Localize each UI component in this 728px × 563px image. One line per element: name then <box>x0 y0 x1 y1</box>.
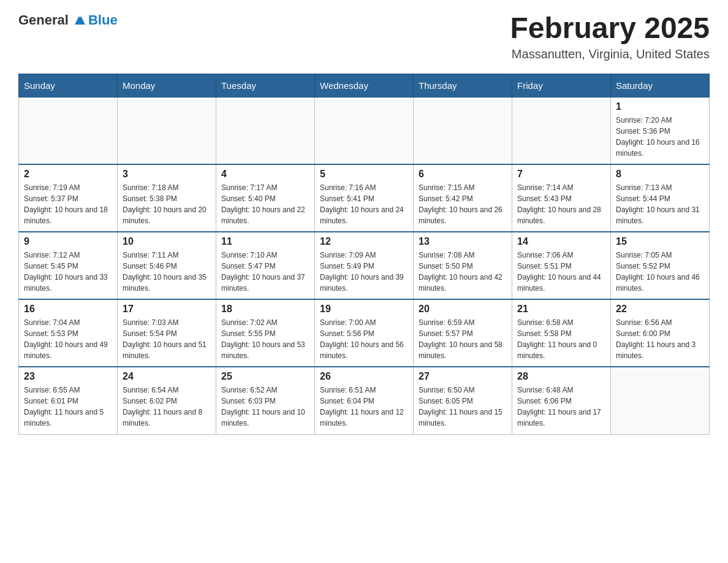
table-row: 6Sunrise: 7:15 AMSunset: 5:42 PMDaylight… <box>414 164 512 232</box>
day-number: 15 <box>616 236 704 247</box>
day-info: Sunrise: 7:13 AMSunset: 5:44 PMDaylight:… <box>616 182 704 226</box>
logo-icon <box>72 13 86 27</box>
table-row: 8Sunrise: 7:13 AMSunset: 5:44 PMDaylight… <box>611 164 710 232</box>
table-row: 14Sunrise: 7:06 AMSunset: 5:51 PMDayligh… <box>512 232 611 299</box>
table-row: 21Sunrise: 6:58 AMSunset: 5:58 PMDayligh… <box>512 299 611 367</box>
header-monday: Monday <box>118 74 216 97</box>
calendar-week-row: 16Sunrise: 7:04 AMSunset: 5:53 PMDayligh… <box>19 299 710 367</box>
day-info: Sunrise: 6:52 AMSunset: 6:03 PMDaylight:… <box>221 385 309 429</box>
table-row: 5Sunrise: 7:16 AMSunset: 5:41 PMDaylight… <box>315 164 414 232</box>
table-row: 1Sunrise: 7:20 AMSunset: 5:36 PMDaylight… <box>611 97 710 164</box>
day-number: 2 <box>24 169 112 180</box>
table-row: 11Sunrise: 7:10 AMSunset: 5:47 PMDayligh… <box>216 232 315 299</box>
day-number: 17 <box>123 304 211 315</box>
table-row: 26Sunrise: 6:51 AMSunset: 6:04 PMDayligh… <box>315 367 414 434</box>
table-row <box>216 97 315 164</box>
header-tuesday: Tuesday <box>216 74 315 97</box>
table-row: 19Sunrise: 7:00 AMSunset: 5:56 PMDayligh… <box>315 299 414 367</box>
day-info: Sunrise: 7:11 AMSunset: 5:46 PMDaylight:… <box>123 250 211 294</box>
calendar-table: Sunday Monday Tuesday Wednesday Thursday… <box>18 74 710 435</box>
day-number: 8 <box>616 169 704 180</box>
table-row: 16Sunrise: 7:04 AMSunset: 5:53 PMDayligh… <box>19 299 118 367</box>
day-info: Sunrise: 7:09 AMSunset: 5:49 PMDaylight:… <box>320 250 408 294</box>
table-row: 20Sunrise: 6:59 AMSunset: 5:57 PMDayligh… <box>414 299 512 367</box>
day-number: 27 <box>419 371 507 382</box>
table-row <box>19 97 118 164</box>
day-info: Sunrise: 7:20 AMSunset: 5:36 PMDaylight:… <box>616 115 704 159</box>
day-info: Sunrise: 6:59 AMSunset: 5:57 PMDaylight:… <box>419 317 507 361</box>
day-info: Sunrise: 7:15 AMSunset: 5:42 PMDaylight:… <box>419 182 507 226</box>
day-info: Sunrise: 7:12 AMSunset: 5:45 PMDaylight:… <box>24 250 112 294</box>
day-number: 4 <box>221 169 309 180</box>
day-number: 3 <box>123 169 211 180</box>
table-row <box>118 97 216 164</box>
table-row: 27Sunrise: 6:50 AMSunset: 6:05 PMDayligh… <box>414 367 512 434</box>
calendar-week-row: 1Sunrise: 7:20 AMSunset: 5:36 PMDaylight… <box>19 97 710 164</box>
calendar-week-row: 9Sunrise: 7:12 AMSunset: 5:45 PMDaylight… <box>19 232 710 299</box>
day-info: Sunrise: 6:50 AMSunset: 6:05 PMDaylight:… <box>419 385 507 429</box>
table-row: 22Sunrise: 6:56 AMSunset: 6:00 PMDayligh… <box>611 299 710 367</box>
table-row: 25Sunrise: 6:52 AMSunset: 6:03 PMDayligh… <box>216 367 315 434</box>
table-row: 7Sunrise: 7:14 AMSunset: 5:43 PMDaylight… <box>512 164 611 232</box>
day-number: 7 <box>517 169 605 180</box>
day-number: 26 <box>320 371 408 382</box>
table-row: 2Sunrise: 7:19 AMSunset: 5:37 PMDaylight… <box>19 164 118 232</box>
day-info: Sunrise: 7:05 AMSunset: 5:52 PMDaylight:… <box>616 250 704 294</box>
day-number: 28 <box>517 371 605 382</box>
table-row: 15Sunrise: 7:05 AMSunset: 5:52 PMDayligh… <box>611 232 710 299</box>
table-row <box>315 97 414 164</box>
day-number: 6 <box>419 169 507 180</box>
day-number: 10 <box>123 236 211 247</box>
logo-text-blue: Blue <box>88 12 118 28</box>
table-row: 17Sunrise: 7:03 AMSunset: 5:54 PMDayligh… <box>118 299 216 367</box>
day-number: 22 <box>616 304 704 315</box>
month-title: February 2025 <box>510 12 710 45</box>
day-number: 18 <box>221 304 309 315</box>
day-number: 20 <box>419 304 507 315</box>
table-row: 24Sunrise: 6:54 AMSunset: 6:02 PMDayligh… <box>118 367 216 434</box>
table-row: 13Sunrise: 7:08 AMSunset: 5:50 PMDayligh… <box>414 232 512 299</box>
table-row: 10Sunrise: 7:11 AMSunset: 5:46 PMDayligh… <box>118 232 216 299</box>
day-number: 19 <box>320 304 408 315</box>
day-info: Sunrise: 6:51 AMSunset: 6:04 PMDaylight:… <box>320 385 408 429</box>
header-sunday: Sunday <box>19 74 118 97</box>
calendar-week-row: 2Sunrise: 7:19 AMSunset: 5:37 PMDaylight… <box>19 164 710 232</box>
day-info: Sunrise: 7:10 AMSunset: 5:47 PMDaylight:… <box>221 250 309 294</box>
logo-text-general: General <box>18 12 69 28</box>
day-number: 25 <box>221 371 309 382</box>
day-info: Sunrise: 7:02 AMSunset: 5:55 PMDaylight:… <box>221 317 309 361</box>
header-wednesday: Wednesday <box>315 74 414 97</box>
day-number: 12 <box>320 236 408 247</box>
day-number: 16 <box>24 304 112 315</box>
day-info: Sunrise: 7:08 AMSunset: 5:50 PMDaylight:… <box>419 250 507 294</box>
day-info: Sunrise: 7:19 AMSunset: 5:37 PMDaylight:… <box>24 182 112 226</box>
table-row: 12Sunrise: 7:09 AMSunset: 5:49 PMDayligh… <box>315 232 414 299</box>
day-info: Sunrise: 6:55 AMSunset: 6:01 PMDaylight:… <box>24 385 112 429</box>
header-saturday: Saturday <box>611 74 710 97</box>
day-info: Sunrise: 7:06 AMSunset: 5:51 PMDaylight:… <box>517 250 605 294</box>
day-info: Sunrise: 6:56 AMSunset: 6:00 PMDaylight:… <box>616 317 704 361</box>
day-number: 1 <box>616 101 704 112</box>
table-row: 9Sunrise: 7:12 AMSunset: 5:45 PMDaylight… <box>19 232 118 299</box>
day-info: Sunrise: 7:17 AMSunset: 5:40 PMDaylight:… <box>221 182 309 226</box>
day-number: 14 <box>517 236 605 247</box>
table-row <box>611 367 710 434</box>
day-number: 5 <box>320 169 408 180</box>
table-row: 18Sunrise: 7:02 AMSunset: 5:55 PMDayligh… <box>216 299 315 367</box>
page-header: General Blue February 2025 Massanutten, … <box>18 12 710 61</box>
day-number: 11 <box>221 236 309 247</box>
day-info: Sunrise: 7:14 AMSunset: 5:43 PMDaylight:… <box>517 182 605 226</box>
table-row: 3Sunrise: 7:18 AMSunset: 5:38 PMDaylight… <box>118 164 216 232</box>
day-info: Sunrise: 7:04 AMSunset: 5:53 PMDaylight:… <box>24 317 112 361</box>
day-number: 13 <box>419 236 507 247</box>
header-friday: Friday <box>512 74 611 97</box>
location-subtitle: Massanutten, Virginia, United States <box>510 47 710 61</box>
day-info: Sunrise: 6:48 AMSunset: 6:06 PMDaylight:… <box>517 385 605 429</box>
day-number: 23 <box>24 371 112 382</box>
table-row <box>512 97 611 164</box>
title-section: February 2025 Massanutten, Virginia, Uni… <box>510 12 710 61</box>
weekday-header-row: Sunday Monday Tuesday Wednesday Thursday… <box>19 74 710 97</box>
table-row: 4Sunrise: 7:17 AMSunset: 5:40 PMDaylight… <box>216 164 315 232</box>
calendar-week-row: 23Sunrise: 6:55 AMSunset: 6:01 PMDayligh… <box>19 367 710 434</box>
table-row: 23Sunrise: 6:55 AMSunset: 6:01 PMDayligh… <box>19 367 118 434</box>
